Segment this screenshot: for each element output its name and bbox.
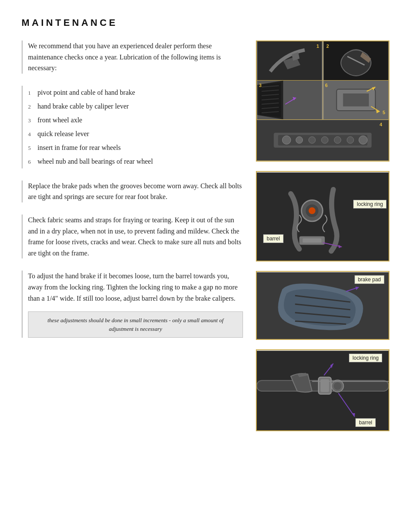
intro-text: We recommend that you have an experience… [28,40,243,74]
parts-cell-2: 2 [323,41,389,80]
note-box: these adjustments should be done in smal… [28,311,243,338]
svg-rect-31 [303,238,321,243]
parts-cell-3: 3 [257,81,323,119]
svg-point-32 [308,207,315,214]
svg-point-20 [282,136,291,144]
parts-row-3: 4 [257,119,389,161]
locking-ring-2-label: locking ring [349,354,382,362]
fabric-text: Check fabric seams and straps for frayin… [28,215,243,258]
barrel-label: barrel [263,234,283,243]
brake-pad-text: Replace the brake pads when the grooves … [28,180,243,202]
label-4: 4 [380,122,382,127]
brake-pad-diagram: brake pad [256,271,389,340]
svg-point-45 [334,382,342,390]
locking-ring-label: locking ring [353,200,386,208]
parts-row-1: 1 2 [257,41,389,80]
svg-point-25 [347,137,354,143]
adjust-section: To adjust the hand brake if it becomes l… [22,271,243,338]
handlebar-diagram: locking ring barrel [256,349,389,431]
label-2: 2 [327,44,329,49]
svg-point-22 [308,137,315,143]
frame-img [323,81,389,119]
svg-rect-27 [257,172,389,261]
parts-cell-1: 1 [257,41,323,80]
label-5: 5 [383,110,385,115]
parts-cell-4: 4 [257,120,389,161]
brake-pad-section: Replace the brake pads when the grooves … [22,180,243,202]
brake-lever-img [257,41,323,80]
page-title: MAINTENANCE [22,17,389,28]
list-item: 3front wheel axle [28,113,243,127]
fabric-section: Check fabric seams and straps for frayin… [22,215,243,258]
intro-section: We recommend that you have an experience… [22,40,243,74]
list-item: 5insert in frame for rear wheels [28,141,243,155]
label-6: 6 [325,83,328,88]
note-text: these adjustments should be done in smal… [47,317,224,332]
barrel-2-label: barrel [355,418,376,427]
svg-point-24 [334,137,341,143]
left-column: We recommend that you have an experience… [22,40,243,431]
label-1: 1 [316,44,319,49]
wheel-img [257,81,323,119]
svg-rect-14 [343,93,369,106]
list-item: 1pivot point and cable of hand brake [28,86,243,100]
caliper-img [323,41,389,80]
parts-cell-56: 6 5 [323,81,389,119]
svg-point-26 [359,136,367,144]
parts-row-2: 3 6 5 [257,80,389,119]
list-item: 6wheel nub and ball bearings of rear whe… [28,155,243,168]
brake-pad-label: brake pad [355,275,384,284]
caliper-brake-img [257,172,389,261]
caliper-diagram: locking ring barrel [256,171,389,261]
right-column: 1 2 [256,40,389,431]
svg-point-21 [296,137,303,143]
quick-release-img [257,120,389,161]
svg-point-23 [321,137,328,143]
label-3: 3 [259,83,262,88]
lubrication-list: 1pivot point and cable of hand brake2han… [22,86,243,168]
parts-diagram: 1 2 [256,40,389,162]
adjust-text: To adjust the hand brake if it becomes l… [28,271,243,304]
list-item: 2hand brake cable by caliper lever [28,100,243,113]
list-item: 4quick release lever [28,127,243,141]
